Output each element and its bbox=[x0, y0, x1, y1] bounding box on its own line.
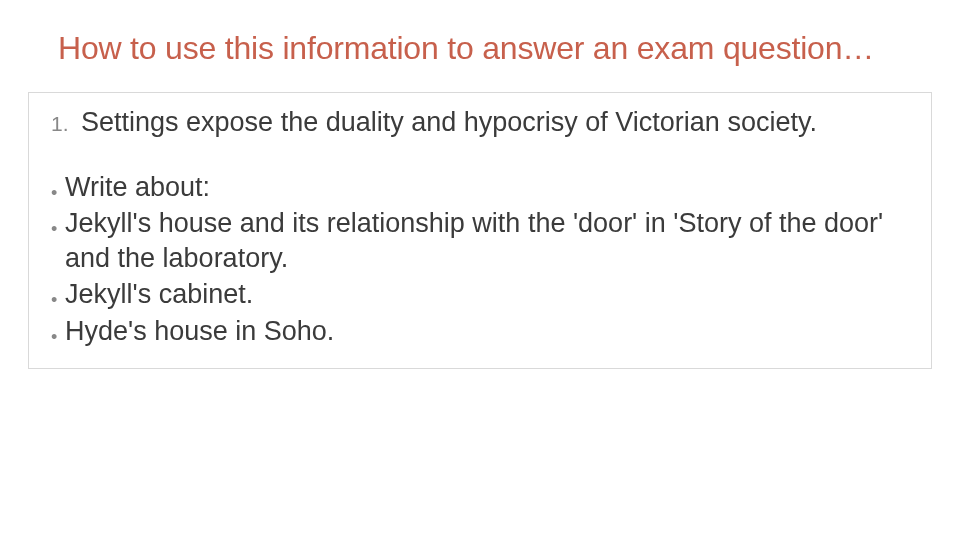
bullet-icon: • bbox=[51, 184, 65, 202]
bullet-item-text: Jekyll's cabinet. bbox=[65, 277, 909, 312]
numbered-item: 1. Settings expose the duality and hypoc… bbox=[51, 105, 909, 140]
bullet-icon: • bbox=[51, 291, 65, 309]
content-box: 1. Settings expose the duality and hypoc… bbox=[28, 92, 932, 369]
bullet-item: • Write about: bbox=[51, 170, 909, 205]
bullet-icon: • bbox=[51, 328, 65, 346]
slide-title: How to use this information to answer an… bbox=[58, 28, 892, 68]
bullet-item-text: Jekyll's house and its relationship with… bbox=[65, 206, 909, 275]
bullet-item: • Jekyll's house and its relationship wi… bbox=[51, 206, 909, 275]
slide: How to use this information to answer an… bbox=[0, 0, 960, 540]
list-number-marker: 1. bbox=[51, 111, 81, 138]
bullet-icon: • bbox=[51, 220, 65, 238]
bullet-item-text: Write about: bbox=[65, 170, 909, 205]
bullet-item-text: Hyde's house in Soho. bbox=[65, 314, 909, 349]
bullet-item: • Hyde's house in Soho. bbox=[51, 314, 909, 349]
numbered-item-text: Settings expose the duality and hypocris… bbox=[81, 105, 909, 140]
bullet-item: • Jekyll's cabinet. bbox=[51, 277, 909, 312]
